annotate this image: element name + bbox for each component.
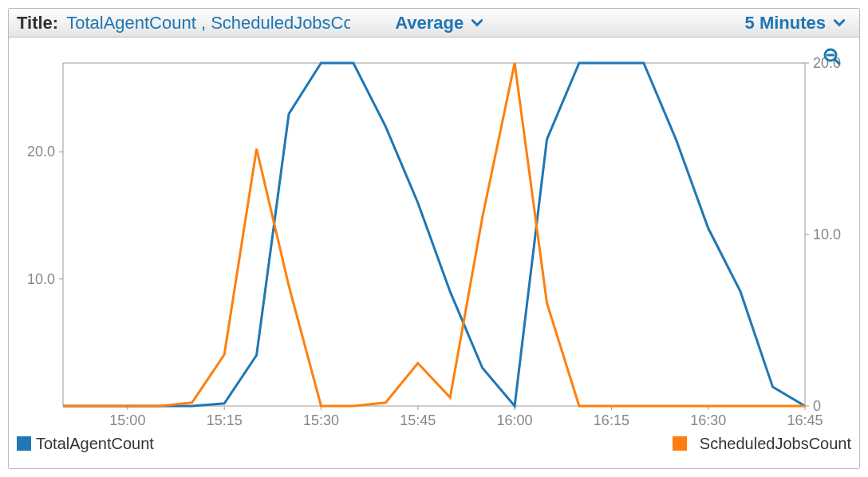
- chevron-down-icon: [471, 18, 483, 29]
- svg-text:20.0: 20.0: [27, 144, 55, 160]
- svg-text:10.0: 10.0: [813, 227, 841, 242]
- period-dropdown[interactable]: 5 Minutes: [739, 13, 851, 34]
- svg-text:16:45: 16:45: [787, 412, 823, 428]
- svg-line-2: [834, 59, 839, 64]
- line-chart[interactable]: 10.020.0010.020.015:0015:1515:3015:4516:…: [15, 47, 853, 462]
- zoom-out-button[interactable]: [823, 47, 842, 69]
- legend-swatch: [17, 436, 31, 451]
- svg-text:16:00: 16:00: [497, 412, 533, 428]
- zoom-out-icon: [823, 47, 842, 66]
- series-TotalAgentCount: [63, 63, 805, 406]
- aggregation-dropdown[interactable]: Average: [389, 13, 489, 34]
- svg-text:10.0: 10.0: [27, 271, 55, 287]
- svg-text:15:00: 15:00: [109, 412, 145, 428]
- legend-label: ScheduledJobsCount: [700, 435, 852, 452]
- title-label: Title:: [17, 13, 58, 34]
- svg-text:16:30: 16:30: [690, 412, 726, 428]
- svg-text:15:30: 15:30: [303, 412, 339, 428]
- svg-text:15:15: 15:15: [207, 412, 243, 428]
- series-ScheduledJobsCount: [63, 63, 805, 406]
- chevron-down-icon: [834, 18, 845, 29]
- svg-text:15:45: 15:45: [400, 412, 436, 428]
- legend-label: TotalAgentCount: [36, 435, 154, 452]
- period-selected: 5 Minutes: [745, 13, 826, 34]
- toolbar: Title: Average 5 Minutes: [9, 9, 859, 37]
- aggregation-selected: Average: [395, 13, 464, 34]
- svg-text:16:15: 16:15: [594, 412, 629, 428]
- chart-widget: Title: Average 5 Minutes 10.020.0010.020…: [8, 8, 860, 469]
- legend-swatch: [673, 436, 687, 451]
- chart-area: 10.020.0010.020.015:0015:1515:3015:4516:…: [9, 37, 859, 468]
- svg-text:0: 0: [813, 398, 821, 414]
- title-input[interactable]: [65, 12, 352, 34]
